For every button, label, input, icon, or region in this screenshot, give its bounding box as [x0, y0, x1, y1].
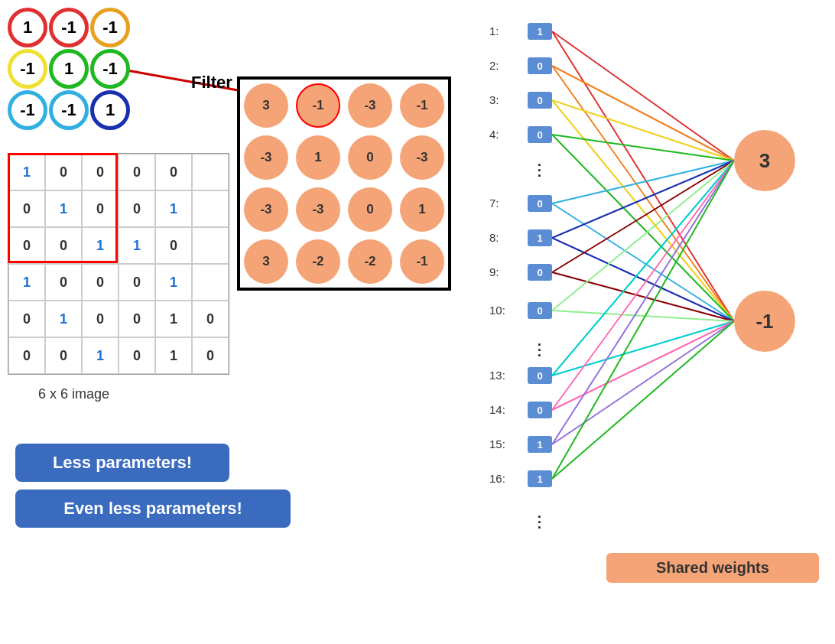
output-neuron-1: -1: [734, 291, 795, 352]
dots-1: ⋮: [531, 340, 547, 359]
image-cell-1-5: [192, 190, 229, 227]
input-label-3: 4:: [489, 128, 499, 141]
dots-0: ⋮: [531, 161, 547, 179]
fm-cell-10: 0: [344, 184, 396, 236]
image-cell-5-2: 1: [82, 337, 119, 374]
image-cell-3-3: 0: [119, 264, 155, 301]
image-cell-3-2: 0: [82, 264, 119, 301]
kernel-cell-3: -1: [8, 49, 47, 89]
image-cell-2-4: 0: [155, 227, 192, 264]
image-cell-4-5: 0: [192, 301, 229, 337]
image-cell-1-0: 0: [8, 190, 45, 227]
input-node-2: 0: [528, 92, 552, 109]
input-node-5: 1: [528, 229, 552, 246]
input-node-11: 1: [528, 470, 552, 487]
image-label: 6 x 6 image: [38, 386, 109, 402]
image-cell-1-1: 1: [45, 190, 82, 227]
image-cell-2-5: [192, 227, 229, 264]
kernel-cell-0: 1: [8, 8, 47, 47]
input-node-7: 0: [528, 302, 552, 319]
image-cell-1-4: 1: [155, 190, 192, 227]
image-cell-1-3: 0: [119, 190, 155, 227]
fm-cell-11: 1: [396, 184, 448, 236]
fm-cell-15: -1: [396, 236, 448, 288]
image-cell-4-1: 1: [45, 301, 82, 337]
less-params-button[interactable]: Less parameters!: [15, 444, 229, 482]
image-cell-5-5: 0: [192, 337, 229, 374]
input-label-6: 9:: [489, 265, 499, 278]
input-label-8: 13:: [489, 369, 505, 382]
image-grid: 10000010010011010001010010001010: [8, 153, 229, 375]
fm-cell-6: 0: [344, 132, 396, 184]
kernel-cell-2: -1: [90, 8, 130, 47]
input-label-11: 16:: [489, 472, 505, 485]
dots-2: ⋮: [531, 512, 547, 531]
kernel-cell-1: -1: [49, 8, 89, 47]
input-label-10: 15:: [489, 437, 505, 450]
image-cell-2-1: 0: [45, 227, 82, 264]
fm-cell-9: -3: [292, 184, 344, 236]
image-cell-0-4: 0: [155, 154, 192, 190]
kernel-cell-7: -1: [49, 90, 89, 130]
input-node-3: 0: [528, 126, 552, 143]
input-label-5: 8:: [489, 231, 499, 244]
image-cell-4-3: 0: [119, 301, 155, 337]
fm-cell-0: 3: [240, 80, 292, 132]
image-cell-5-3: 0: [119, 337, 155, 374]
input-node-8: 0: [528, 367, 552, 384]
fm-cell-12: 3: [240, 236, 292, 288]
kernel-cell-5: -1: [90, 49, 130, 89]
kernel-cell-8: 1: [90, 90, 130, 130]
input-node-9: 0: [528, 402, 552, 418]
input-node-10: 1: [528, 436, 552, 453]
nn-container: 1:12:03:04:07:08:19:010:013:014:015:116:…: [489, 0, 833, 644]
image-cell-2-3: 1: [119, 227, 155, 264]
output-neuron-0: 3: [734, 130, 795, 191]
feature-map: 3-1-3-1-310-3-3-3013-2-2-1: [237, 76, 451, 291]
input-node-6: 0: [528, 264, 552, 281]
filter-kernel: 1-1-1-11-1-1-11: [8, 8, 130, 130]
input-label-0: 1:: [489, 24, 499, 37]
input-node-4: 0: [528, 195, 552, 212]
even-less-params-button[interactable]: Even less parameters!: [15, 490, 291, 528]
fm-cell-13: -2: [292, 236, 344, 288]
fm-cell-5: 1: [292, 132, 344, 184]
image-cell-0-0: 1: [8, 154, 45, 190]
image-cell-2-0: 0: [8, 227, 45, 264]
fm-cell-3: -1: [396, 80, 448, 132]
fm-cell-2: -3: [344, 80, 396, 132]
image-cell-1-2: 0: [82, 190, 119, 227]
image-cell-5-1: 0: [45, 337, 82, 374]
image-cell-3-5: [192, 264, 229, 301]
fm-cell-1: -1: [292, 80, 344, 132]
input-label-7: 10:: [489, 304, 505, 317]
image-cell-4-4: 1: [155, 301, 192, 337]
image-cell-0-3: 0: [119, 154, 155, 190]
image-cell-0-2: 0: [82, 154, 119, 190]
input-label-9: 14:: [489, 403, 505, 416]
input-node-0: 1: [528, 23, 552, 40]
input-node-1: 0: [528, 57, 552, 74]
fm-cell-8: -3: [240, 184, 292, 236]
kernel-cell-4: 1: [49, 49, 89, 89]
shared-weights-label: Shared weights: [606, 553, 819, 583]
image-cell-4-0: 0: [8, 301, 45, 337]
image-cell-0-1: 0: [45, 154, 82, 190]
kernel-cell-6: -1: [8, 90, 47, 130]
image-cell-5-4: 1: [155, 337, 192, 374]
image-cell-4-2: 0: [82, 301, 119, 337]
input-label-4: 7:: [489, 197, 499, 210]
input-label-2: 3:: [489, 93, 499, 106]
image-cell-3-1: 0: [45, 264, 82, 301]
fm-cell-4: -3: [240, 132, 292, 184]
fm-cell-7: -3: [396, 132, 448, 184]
image-cell-0-5: [192, 154, 229, 190]
image-cell-5-0: 0: [8, 337, 45, 374]
image-cell-2-2: 1: [82, 227, 119, 264]
fm-cell-14: -2: [344, 236, 396, 288]
image-cell-3-0: 1: [8, 264, 45, 301]
input-label-1: 2:: [489, 59, 499, 72]
image-cell-3-4: 1: [155, 264, 192, 301]
